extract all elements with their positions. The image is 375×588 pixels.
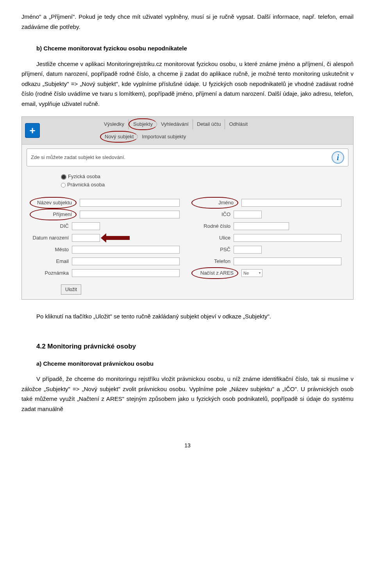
- label-jmeno: Jméno: [191, 197, 238, 209]
- paragraph-4-2-a: V případě, že chceme do monitoringu rejs…: [21, 374, 354, 414]
- label-psc: PSČ: [191, 245, 230, 254]
- screenshot-topbar: + Výsledky Subjekty Vyhledávání Detail ú…: [22, 117, 353, 145]
- paragraph-top: Jméno" a „Příjmení". Pokud je tedy chce …: [21, 12, 354, 32]
- input-mesto[interactable]: [72, 246, 180, 254]
- input-dic[interactable]: [72, 222, 100, 230]
- subheading-b: b) Chceme monitorovat fyzickou osobu nep…: [21, 43, 354, 54]
- hint-bar: Zde si můžete zadat subjekt ke sledování…: [27, 148, 348, 166]
- embedded-screenshot: + Výsledky Subjekty Vyhledávání Detail ú…: [21, 116, 354, 300]
- menu-item-detail-uctu[interactable]: Detail účtu: [193, 119, 225, 129]
- paragraph-after-screenshot: Po kliknutí na tlačítko „Uložit" se tent…: [36, 311, 354, 322]
- menu-primary: Výsledky Subjekty Vyhledávání Detail účt…: [100, 118, 350, 130]
- input-jmeno[interactable]: [241, 199, 341, 207]
- label-nazev-subjektu: Název subjektu: [30, 197, 77, 209]
- submenu-novy-subjekt[interactable]: Nový subjekt: [100, 131, 138, 143]
- subject-type-radio: Fyzická osoba Právnická osoba: [57, 171, 353, 192]
- menu-item-vyhledavani[interactable]: Vyhledávání: [157, 119, 193, 129]
- input-prijmeni[interactable]: [80, 211, 180, 218]
- subheading-a: a) Chceme monitorovat právnickou osobu: [36, 359, 354, 369]
- label-mesto: Město: [30, 245, 69, 254]
- input-datum-narozeni[interactable]: [72, 234, 100, 242]
- submenu-import[interactable]: Importovat subjekty: [138, 132, 190, 142]
- input-ulice[interactable]: [234, 234, 341, 242]
- label-poznamka: Poznámka: [30, 269, 69, 277]
- page-number: 13: [21, 441, 354, 450]
- label-ares: Načíst z ARES: [191, 267, 238, 279]
- menu-item-vysledky[interactable]: Výsledky: [100, 119, 129, 129]
- save-button[interactable]: Uložit: [61, 284, 81, 295]
- label-datum-narozeni: Datum narození: [30, 234, 69, 242]
- label-prijmeni: Příjmení: [30, 209, 77, 220]
- chevron-down-icon: ▾: [259, 270, 261, 276]
- label-dic: DIČ: [30, 222, 69, 231]
- radio-pravnicka[interactable]: Právnická osoba: [61, 181, 349, 189]
- info-icon: i: [332, 151, 344, 164]
- input-email[interactable]: [72, 257, 180, 265]
- input-rodne-cislo[interactable]: [234, 222, 289, 230]
- label-rodne-cislo: Rodné číslo: [191, 222, 230, 231]
- radio-fyzicka[interactable]: Fyzická osoba: [61, 173, 349, 181]
- hint-text: Zde si můžete zadat subjekt ke sledování…: [31, 153, 125, 162]
- paragraph-b: Jestliže chceme v aplikaci Monitoringrej…: [21, 59, 354, 109]
- label-ico: IČO: [191, 210, 230, 219]
- add-button[interactable]: +: [25, 123, 40, 138]
- form-grid: Název subjektu Jméno Příjmení IČO DIČ Ro…: [22, 195, 353, 284]
- menu-item-odhlasit[interactable]: Odhlásit: [225, 119, 252, 129]
- arrow-annotation-icon: [106, 236, 130, 240]
- heading-4-2: 4.2 Monitoring právnické osoby: [36, 341, 354, 352]
- select-ares-value: Ne: [243, 270, 249, 277]
- label-email: Email: [30, 257, 69, 266]
- input-nazev-subjektu[interactable]: [80, 199, 180, 207]
- input-ico[interactable]: [234, 211, 262, 218]
- menu-secondary: Nový subjekt Importovat subjekty: [100, 131, 350, 143]
- select-ares[interactable]: Ne ▾: [241, 269, 262, 277]
- label-ulice: Ulice: [191, 234, 230, 242]
- input-poznamka[interactable]: [72, 269, 180, 277]
- input-telefon[interactable]: [234, 257, 341, 265]
- label-telefon: Telefon: [191, 257, 230, 266]
- input-psc[interactable]: [234, 246, 262, 254]
- menu-item-subjekty[interactable]: Subjekty: [129, 118, 157, 130]
